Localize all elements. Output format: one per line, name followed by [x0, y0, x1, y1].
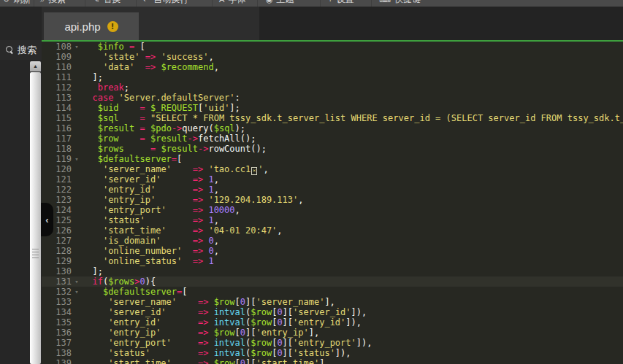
- fold-spacer: [72, 62, 82, 72]
- tab-title: api.php: [64, 20, 100, 33]
- code-line-131[interactable]: 131▾ if($rows>0){: [42, 276, 623, 287]
- menu-item-label: 字体: [228, 0, 245, 4]
- scrollbar-thumb[interactable]: [30, 72, 41, 364]
- fold-spacer: [72, 205, 82, 215]
- code-line-135[interactable]: 135 'entry_id' => intval($row[0]['entry_…: [42, 317, 623, 328]
- code-line-130[interactable]: 130 ];: [42, 266, 623, 276]
- fold-spacer: [72, 236, 82, 246]
- code-line-125[interactable]: 125 'status' => 1,: [42, 215, 623, 225]
- code-line-133[interactable]: 133 'server_name' => $row[0]['server_nam…: [42, 297, 623, 307]
- fold-arrow-icon[interactable]: ▾: [72, 287, 82, 297]
- code-text: 'server_id' => 1,: [82, 174, 219, 185]
- code-line-126[interactable]: 126 'start_time' => '04-01 20:47',: [42, 225, 623, 236]
- fold-spacer: [72, 185, 82, 195]
- fold-spacer: [72, 174, 82, 185]
- fold-spacer: [72, 246, 82, 256]
- code-text: 'entry_ip' => $row[0]['entry_ip'],: [82, 328, 319, 338]
- code-text: 'server_name' => 'tao.cc1✕',: [82, 164, 269, 174]
- fold-arrow-icon[interactable]: ▾: [72, 42, 82, 52]
- line-number: 118: [42, 144, 72, 154]
- fold-spacer: [72, 113, 82, 123]
- code-line-122[interactable]: 122 'entry_id' => 1,: [42, 185, 623, 195]
- code-text: 'data' => $recommend,: [82, 62, 219, 72]
- code-line-128[interactable]: 128 'online_number' => 0,: [42, 246, 623, 256]
- code-line-134[interactable]: 134 'server_id' => intval($row[0]['serve…: [42, 307, 623, 317]
- sidebar-collapse-handle[interactable]: ‹: [41, 203, 53, 236]
- fold-spacer: [72, 358, 82, 364]
- splitter-grip-icon[interactable]: [32, 249, 39, 258]
- editor-window: ↻刷新⌕搜索✎替换↵自动换行A字体◉主题+设置⌨快捷键 api.php ! 搜索…: [0, 0, 623, 364]
- line-number: 110: [42, 62, 72, 72]
- code-line-137[interactable]: 137 'entry_port' => intval($row[0]['entr…: [42, 338, 623, 348]
- fold-spacer: [72, 164, 82, 174]
- menu-item-label: 替换: [103, 0, 121, 4]
- code-line-129[interactable]: 129 'online_status' => 1: [42, 256, 623, 266]
- menu-item-label: 快捷键: [394, 0, 421, 4]
- top-menubar: ↻刷新⌕搜索✎替换↵自动换行A字体◉主题+设置⌨快捷键: [0, 0, 623, 7]
- menu-item-search[interactable]: ⌕搜索: [40, 0, 66, 7]
- code-text: $defaultserver=[: [82, 287, 188, 297]
- unsaved-warning-icon: !: [107, 21, 118, 32]
- code-line-114[interactable]: 114 $uid = $_REQUEST['uid'];: [42, 103, 623, 113]
- code-line-115[interactable]: 115 $sql = "SELECT * FROM tssy_sdk.t_ser…: [42, 113, 623, 123]
- sidebar-search-label: 搜索: [18, 44, 37, 57]
- code-text: 'status' => 1,: [82, 215, 219, 225]
- code-line-132[interactable]: 132▾ $defaultserver=[: [42, 287, 623, 297]
- line-number: 133: [42, 297, 72, 307]
- fold-arrow-icon[interactable]: ▾: [72, 154, 82, 164]
- fold-spacer: [72, 317, 82, 328]
- line-number: 130: [42, 266, 72, 276]
- code-text: 'server_id' => intval($row[0]['server_id…: [82, 307, 367, 317]
- code-line-123[interactable]: 123 'entry_ip' => '129.204.189.113',: [42, 195, 623, 205]
- replace-icon: ✎: [93, 0, 99, 7]
- fold-spacer: [72, 82, 82, 93]
- menu-item-refresh[interactable]: ↻刷新: [3, 0, 31, 7]
- menu-item-font[interactable]: A字体: [219, 0, 245, 7]
- tab-api-php[interactable]: api.php !: [44, 12, 139, 40]
- code-text: 'entry_ip' => '129.204.189.113',: [82, 195, 303, 205]
- code-line-112[interactable]: 112 break;: [42, 82, 623, 93]
- menu-item-replace[interactable]: ✎替换: [93, 0, 121, 7]
- menu-item-word-wrap[interactable]: ↵自动换行: [143, 0, 188, 7]
- fold-arrow-icon[interactable]: ▾: [72, 276, 82, 287]
- code-line-113[interactable]: 113 case 'Server.defaultServer':: [42, 93, 623, 103]
- code-text: ];: [82, 72, 103, 82]
- code-text: 'entry_port' => 10000,: [82, 205, 240, 215]
- sidebar-search-button[interactable]: 搜索: [0, 40, 42, 60]
- line-number: 136: [42, 328, 72, 338]
- line-number: 129: [42, 256, 72, 266]
- code-text: 'entry_port' => intval($row[0]['entry_po…: [82, 338, 372, 348]
- menu-item-label: 设置: [336, 0, 353, 4]
- code-line-119[interactable]: 119▾ $defaultserver=[: [42, 154, 623, 164]
- code-line-136[interactable]: 136 'entry_ip' => $row[0]['entry_ip'],: [42, 328, 623, 338]
- code-text: 'online_number' => 0,: [82, 246, 219, 256]
- word-wrap-icon: ↵: [143, 0, 150, 7]
- fold-spacer: [72, 225, 82, 236]
- menu-item-settings[interactable]: +设置: [328, 0, 353, 7]
- code-line-118[interactable]: 118 $rows = $result->rowCount();: [42, 144, 623, 154]
- code-line-127[interactable]: 127 'is_domain' => 0,: [42, 236, 623, 246]
- code-text: $rows = $result->rowCount();: [82, 144, 267, 154]
- fold-spacer: [72, 93, 82, 103]
- code-text: 'entry_id' => 1,: [82, 185, 219, 195]
- code-line-116[interactable]: 116 $result = $pdo->query($sql);: [42, 123, 623, 133]
- code-line-121[interactable]: 121 'server_id' => 1,: [42, 174, 623, 185]
- code-line-120[interactable]: 120 'server_name' => 'tao.cc1✕',: [42, 164, 623, 174]
- code-line-117[interactable]: 117 $row = $result->fetchAll();: [42, 133, 623, 144]
- code-line-124[interactable]: 124 'entry_port' => 10000,: [42, 205, 623, 215]
- line-number: 134: [42, 307, 72, 317]
- code-line-109[interactable]: 109 'state' => 'success',: [42, 52, 623, 62]
- fold-spacer: [72, 328, 82, 338]
- menu-item-label: 刷新: [13, 0, 31, 4]
- fold-spacer: [72, 348, 82, 358]
- code-line-110[interactable]: 110 'data' => $recommend,: [42, 62, 623, 72]
- menu-item-hotkeys[interactable]: ⌨快捷键: [379, 0, 421, 7]
- code-line-111[interactable]: 111 ];: [42, 72, 623, 82]
- hotkeys-icon: ⌨: [379, 0, 391, 7]
- code-editor[interactable]: 108▾ $info = [109 'state' => 'success',1…: [42, 42, 623, 364]
- code-line-139[interactable]: 139 'start_time' => $row[0]['start_time'…: [42, 358, 623, 364]
- scrollbar-up-button[interactable]: ▲: [30, 61, 41, 71]
- code-line-108[interactable]: 108▾ $info = [: [42, 42, 623, 52]
- code-line-138[interactable]: 138 'status' => intval($row[0]['status']…: [42, 348, 623, 358]
- menu-item-theme[interactable]: ◉主题: [266, 0, 294, 7]
